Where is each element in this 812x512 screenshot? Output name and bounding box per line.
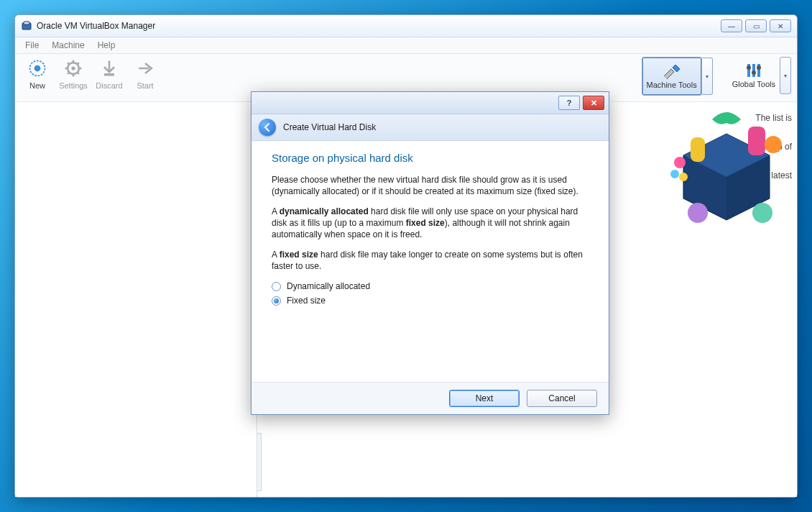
toolbar-start[interactable]: Start — [127, 57, 163, 91]
close-button[interactable]: ✕ — [770, 19, 791, 32]
svg-point-20 — [757, 65, 761, 70]
svg-line-11 — [77, 72, 79, 74]
new-icon — [27, 58, 47, 80]
discard-icon — [99, 58, 119, 80]
start-icon — [135, 58, 155, 80]
global-tools-button[interactable]: Global Tools ▾ — [728, 57, 780, 94]
toolbar-discard[interactable]: Discard — [91, 57, 127, 91]
wizard-titlebar: ? ✕ — [252, 92, 609, 114]
radio-fixed-label: Fixed size — [287, 295, 326, 306]
app-icon — [21, 20, 32, 32]
toolbar-discard-label: Discard — [96, 81, 122, 90]
wizard-close-button[interactable]: ✕ — [583, 96, 604, 110]
wizard-paragraph-3: A fixed size hard disk file may take lon… — [272, 249, 589, 272]
svg-point-30 — [670, 170, 679, 178]
menu-bar: File Machine Help — [15, 37, 797, 54]
wizard-header: Create Virtual Hard Disk — [252, 114, 609, 141]
titlebar: Oracle VM VirtualBox Manager — ▭ ✕ — [15, 15, 797, 37]
global-tools-dropdown[interactable]: ▾ — [780, 57, 791, 94]
wizard-body: Storage on physical hard disk Please cho… — [252, 141, 609, 382]
svg-point-31 — [679, 173, 688, 181]
wizard-next-button[interactable]: Next — [449, 390, 520, 407]
svg-point-25 — [752, 203, 772, 223]
radio-fixed[interactable]: Fixed size — [272, 295, 589, 306]
svg-line-12 — [68, 72, 70, 74]
wizard-heading: Storage on physical hard disk — [272, 152, 589, 164]
radio-dynamic[interactable]: Dynamically allocated — [272, 280, 589, 292]
radio-dynamic-label: Dynamically allocated — [287, 280, 370, 292]
svg-point-3 — [34, 65, 41, 72]
wizard-title: Create Virtual Hard Disk — [283, 122, 376, 132]
toolbar-new-label: New — [29, 81, 45, 90]
global-tools-label: Global Tools — [732, 80, 775, 88]
toolbar-settings-label: Settings — [59, 81, 88, 90]
wizard-footer: Next Cancel — [252, 382, 609, 414]
svg-rect-1 — [24, 22, 29, 24]
radio-fixed-indicator — [272, 296, 281, 306]
svg-line-13 — [77, 63, 79, 65]
window-controls: — ▭ ✕ — [721, 19, 791, 32]
wizard-paragraph-1: Please choose whether the new virtual ha… — [272, 174, 589, 197]
create-vhd-wizard: ? ✕ Create Virtual Hard Disk Storage on … — [251, 91, 609, 415]
machine-tools-icon — [661, 63, 683, 81]
svg-rect-26 — [748, 127, 765, 155]
vm-list-pane[interactable] — [15, 102, 257, 497]
radio-dynamic-indicator — [272, 282, 281, 291]
svg-point-28 — [765, 136, 782, 153]
scrollbar[interactable] — [257, 433, 262, 491]
menu-file[interactable]: File — [19, 39, 45, 52]
svg-point-29 — [674, 157, 686, 168]
maximize-button[interactable]: ▭ — [745, 19, 767, 32]
gear-icon — [63, 58, 83, 80]
menu-machine[interactable]: Machine — [46, 39, 90, 52]
wizard-paragraph-2: A dynamically allocated hard disk file w… — [272, 206, 589, 240]
window-title: Oracle VM VirtualBox Manager — [37, 21, 721, 31]
menu-help[interactable]: Help — [92, 39, 121, 52]
toolbar-start-label: Start — [137, 81, 153, 90]
svg-rect-27 — [691, 137, 705, 162]
virtualbox-mascot-image — [662, 105, 791, 234]
wizard-help-button[interactable]: ? — [558, 96, 580, 110]
machine-tools-label: Machine Tools — [647, 81, 697, 89]
wizard-back-button[interactable] — [259, 119, 276, 136]
svg-point-5 — [71, 66, 75, 70]
svg-point-19 — [752, 70, 756, 75]
svg-rect-14 — [104, 73, 114, 76]
toolbar-settings[interactable]: Settings — [55, 57, 91, 91]
wizard-cancel-button[interactable]: Cancel — [527, 390, 597, 407]
minimize-button[interactable]: — — [721, 19, 742, 32]
machine-tools-dropdown[interactable]: ▾ — [702, 58, 713, 95]
svg-point-24 — [688, 203, 708, 223]
global-tools-icon — [743, 63, 765, 80]
toolbar-new[interactable]: New — [19, 57, 55, 91]
svg-line-10 — [68, 63, 70, 65]
svg-point-18 — [747, 65, 751, 70]
machine-tools-button[interactable]: Machine Tools ▾ — [642, 57, 702, 96]
